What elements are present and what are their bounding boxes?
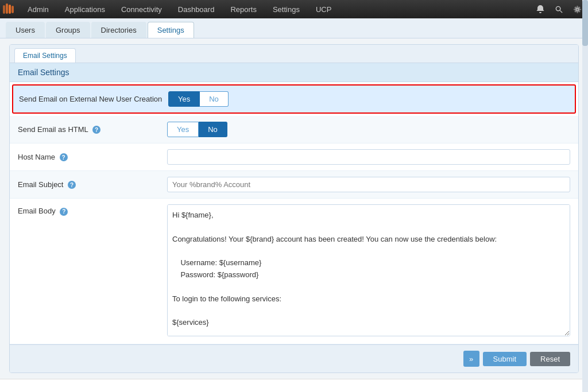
hostname-input[interactable] — [167, 149, 570, 165]
tab-directories[interactable]: Directories — [91, 22, 146, 38]
send-email-yes-button[interactable]: Yes — [168, 91, 200, 107]
footer: voxlink Powered by Voxlink FreePBX is a … — [0, 379, 588, 392]
send-html-label: Send Email as HTML ? — [18, 125, 167, 134]
send-html-help-icon[interactable]: ? — [92, 126, 100, 134]
nav-applications[interactable]: Applications — [57, 0, 113, 18]
send-email-control: Yes No — [168, 91, 569, 107]
sub-navigation: Users Groups Directories Settings — [0, 18, 588, 38]
svg-line-5 — [560, 10, 562, 13]
email-subject-help-icon[interactable]: ? — [68, 181, 76, 189]
send-email-btn-group: Yes No — [168, 91, 569, 107]
arrow-button[interactable]: » — [463, 351, 479, 367]
send-html-row: Send Email as HTML ? Yes No — [10, 116, 578, 143]
email-settings-form: Send Email on External New User Creation… — [10, 84, 578, 344]
scrollbar-track — [582, 0, 588, 392]
nav-items: Admin Applications Connectivity Dashboar… — [20, 0, 532, 18]
main-content: Email Settings Email Settings Send Email… — [0, 38, 588, 379]
nav-admin[interactable]: Admin — [20, 0, 57, 18]
email-subject-row: Email Subject ? — [10, 171, 578, 199]
hostname-help-icon[interactable]: ? — [60, 153, 68, 161]
email-subject-label: Email Subject ? — [18, 180, 167, 189]
send-email-row: Send Email on External New User Creation… — [12, 84, 576, 114]
send-html-yes-button[interactable]: Yes — [167, 122, 199, 137]
nav-ucp[interactable]: UCP — [308, 0, 339, 18]
send-html-no-button[interactable]: No — [199, 122, 227, 137]
nav-icon-group — [532, 1, 586, 18]
top-navigation: Admin Applications Connectivity Dashboar… — [0, 0, 588, 18]
hostname-control — [167, 149, 570, 165]
send-email-no-button[interactable]: No — [200, 91, 229, 107]
logo-icon — [2, 3, 15, 15]
tab-users[interactable]: Users — [6, 22, 45, 38]
svg-rect-3 — [11, 6, 14, 13]
send-html-control: Yes No — [167, 122, 570, 137]
email-body-label: Email Body ? — [18, 204, 167, 216]
nav-connectivity[interactable]: Connectivity — [113, 0, 170, 18]
notifications-icon[interactable] — [532, 1, 549, 18]
svg-rect-1 — [6, 3, 8, 14]
form-actions: » Submit Reset — [10, 344, 578, 372]
email-subject-control — [167, 177, 570, 192]
email-subject-input[interactable] — [167, 177, 570, 192]
reset-button[interactable]: Reset — [530, 352, 570, 366]
hostname-row: Host Name ? — [10, 143, 578, 171]
inner-tab-email-settings[interactable]: Email Settings — [14, 48, 76, 63]
email-body-control: Hi ${fname}, Congratulations! Your ${bra… — [167, 204, 570, 338]
nav-dashboard[interactable]: Dashboard — [170, 0, 223, 18]
submit-button[interactable]: Submit — [483, 352, 527, 366]
hostname-label: Host Name ? — [18, 153, 167, 162]
svg-rect-2 — [9, 5, 11, 14]
inner-tab-bar: Email Settings — [10, 45, 578, 63]
scrollbar-thumb[interactable] — [582, 0, 588, 46]
send-email-label: Send Email on External New User Creation — [19, 95, 168, 103]
nav-reports[interactable]: Reports — [222, 0, 265, 18]
search-icon[interactable] — [550, 1, 567, 18]
app-logo — [2, 3, 15, 15]
email-body-help-icon[interactable]: ? — [60, 208, 68, 216]
svg-point-4 — [556, 6, 560, 11]
tab-settings[interactable]: Settings — [148, 22, 194, 38]
settings-card: Email Settings Email Settings Send Email… — [9, 44, 579, 373]
svg-rect-0 — [3, 5, 5, 14]
tab-groups[interactable]: Groups — [46, 22, 90, 38]
section-title: Email Settings — [10, 63, 578, 82]
email-body-textarea[interactable]: Hi ${fname}, Congratulations! Your ${bra… — [167, 204, 570, 336]
nav-settings[interactable]: Settings — [265, 0, 308, 18]
send-html-btn-group: Yes No — [167, 122, 570, 137]
email-body-row: Email Body ? Hi ${fname}, Congratulation… — [10, 199, 578, 344]
